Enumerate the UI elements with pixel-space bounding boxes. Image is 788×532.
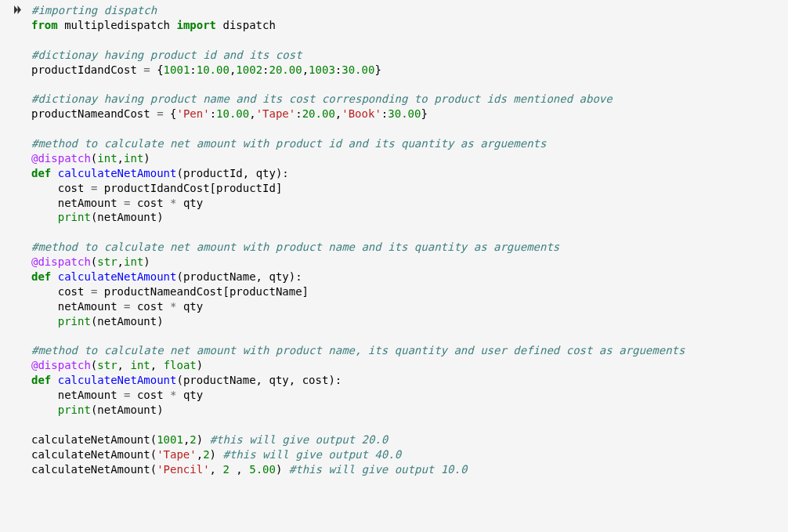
function-name: calculateNetAmount	[58, 167, 177, 179]
comment: #this will give output 40.0	[222, 448, 401, 461]
comment: #dictionay having product name and its c…	[31, 92, 613, 105]
notebook-code-cell: #importing dispatch from multipledispatc…	[0, 0, 788, 482]
variable: productIdandCost	[31, 63, 137, 76]
variable: productNameandCost	[31, 107, 150, 120]
parameter: productId	[183, 167, 243, 179]
comment: #dictionay having product id and its cos…	[31, 49, 302, 61]
import-name: dispatch	[222, 19, 275, 31]
brace: {	[157, 63, 163, 76]
operator: =	[143, 63, 150, 76]
comment: #importing dispatch	[31, 4, 157, 16]
decorator: @dispatch	[31, 359, 91, 371]
comment: #this will give output 10.0	[289, 463, 468, 476]
string: 'Book'	[342, 107, 381, 120]
builtin-type: int	[97, 152, 117, 165]
number: 1003	[309, 63, 335, 76]
function-call: calculateNetAmount	[31, 463, 150, 476]
comment: #method to calculate net amount with pro…	[31, 344, 685, 356]
run-cell-icon[interactable]	[5, 3, 27, 18]
builtin-func: print	[58, 211, 91, 223]
keyword-from: from	[31, 19, 58, 31]
number: 1001	[164, 63, 190, 76]
number: 30.00	[342, 63, 374, 76]
function-call: calculateNetAmount	[31, 448, 150, 461]
number: 1002	[236, 63, 262, 76]
module-name: multipledispatch	[64, 19, 170, 31]
brace: }	[374, 63, 381, 76]
keyword-def: def	[31, 167, 51, 179]
string: 'Tape'	[256, 107, 296, 120]
code-area[interactable]: #importing dispatch from multipledispatc…	[27, 3, 689, 482]
comment: #method to calculate net amount with pro…	[31, 137, 546, 150]
parameter: qty	[256, 167, 276, 179]
decorator: @dispatch	[31, 255, 91, 268]
decorator: @dispatch	[31, 152, 91, 165]
string: 'Pen'	[176, 107, 209, 120]
builtin-type: int	[124, 152, 143, 165]
number: 20.00	[269, 63, 302, 76]
function-call: calculateNetAmount	[31, 433, 150, 446]
comment: #this will give output 20.0	[210, 433, 389, 446]
number: 10.00	[197, 63, 230, 76]
keyword-import: import	[176, 19, 216, 31]
comment: #method to calculate net amount with pro…	[31, 241, 559, 253]
